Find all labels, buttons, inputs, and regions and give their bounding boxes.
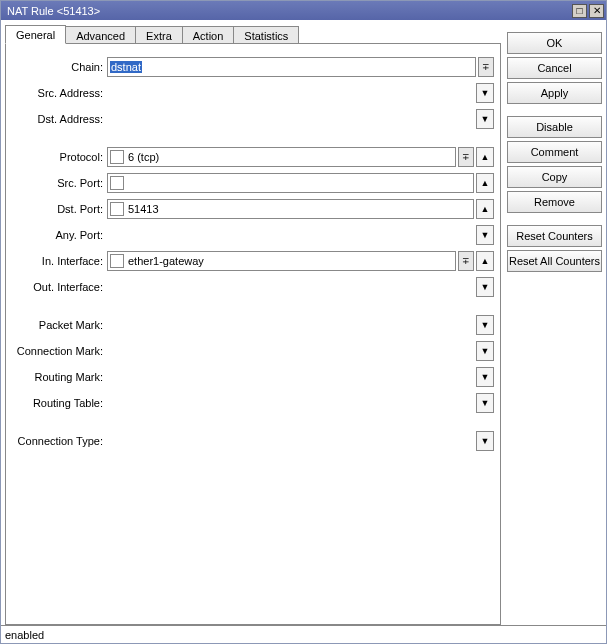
chain-dropdown-button[interactable]: ∓ (478, 57, 494, 77)
label-out-interface: Out. Interface: (12, 281, 107, 293)
group-marks: Packet Mark: ▼ Connection Mark: ▼ (12, 312, 494, 416)
maximize-button[interactable]: □ (572, 4, 587, 18)
row-out-interface: Out. Interface: ▼ (12, 274, 494, 300)
row-in-interface: In. Interface: ∓ ▲ (12, 248, 494, 274)
chevron-up-icon: ▲ (481, 178, 490, 188)
routing-table-expand-button[interactable]: ▼ (476, 393, 494, 413)
row-chain: Chain: dstnat ∓ (12, 54, 494, 80)
tab-content: Chain: dstnat ∓ Src. Address: (5, 43, 501, 625)
row-src-address: Src. Address: ▼ (12, 80, 494, 106)
in-interface-dropdown-button[interactable]: ∓ (458, 251, 474, 271)
group-addresses: Chain: dstnat ∓ Src. Address: (12, 54, 494, 132)
dropdown-icon: ∓ (462, 152, 470, 162)
row-routing-mark: Routing Mark: ▼ (12, 364, 494, 390)
dst-address-placeholder (107, 109, 474, 129)
tab-extra[interactable]: Extra (135, 26, 183, 44)
label-dst-address: Dst. Address: (12, 113, 107, 125)
comment-button[interactable]: Comment (507, 141, 602, 163)
src-port-collapse-button[interactable]: ▲ (476, 173, 494, 193)
status-text: enabled (5, 629, 44, 641)
row-any-port: Any. Port: ▼ (12, 222, 494, 248)
group-connection-type: Connection Type: ▼ (12, 428, 494, 454)
apply-button[interactable]: Apply (507, 82, 602, 104)
chevron-up-icon: ▲ (481, 256, 490, 266)
label-dst-port: Dst. Port: (12, 203, 107, 215)
dst-port-input[interactable] (126, 201, 473, 217)
disable-button[interactable]: Disable (507, 116, 602, 138)
routing-mark-expand-button[interactable]: ▼ (476, 367, 494, 387)
nat-rule-window: NAT Rule <51413> □ ✕ General Advanced Ex… (0, 0, 607, 644)
chevron-down-icon: ▼ (481, 114, 490, 124)
tab-statistics[interactable]: Statistics (233, 26, 299, 44)
row-packet-mark: Packet Mark: ▼ (12, 312, 494, 338)
label-connection-mark: Connection Mark: (12, 345, 107, 357)
close-icon: ✕ (593, 6, 601, 16)
label-protocol: Protocol: (12, 151, 107, 163)
reset-all-counters-button[interactable]: Reset All Counters (507, 250, 602, 272)
in-interface-input-wrap (107, 251, 456, 271)
src-port-neg-checkbox[interactable] (110, 176, 124, 190)
dst-port-neg-checkbox[interactable] (110, 202, 124, 216)
group-protocol-ports: Protocol: ∓ ▲ Src. Port: (12, 144, 494, 300)
packet-mark-placeholder (107, 315, 474, 335)
statusbar: enabled (1, 625, 606, 643)
connection-type-placeholder (107, 431, 474, 451)
chevron-up-icon: ▲ (481, 152, 490, 162)
out-interface-expand-button[interactable]: ▼ (476, 277, 494, 297)
dst-port-input-wrap (107, 199, 474, 219)
close-button[interactable]: ✕ (589, 4, 604, 18)
remove-button[interactable]: Remove (507, 191, 602, 213)
dst-address-expand-button[interactable]: ▼ (476, 109, 494, 129)
in-interface-neg-checkbox[interactable] (110, 254, 124, 268)
row-dst-port: Dst. Port: ▲ (12, 196, 494, 222)
protocol-dropdown-button[interactable]: ∓ (458, 147, 474, 167)
row-connection-mark: Connection Mark: ▼ (12, 338, 494, 364)
src-port-input[interactable] (126, 175, 473, 191)
dst-port-collapse-button[interactable]: ▲ (476, 199, 494, 219)
left-panel: General Advanced Extra Action Statistics… (5, 24, 501, 625)
tab-general[interactable]: General (5, 25, 66, 44)
src-address-expand-button[interactable]: ▼ (476, 83, 494, 103)
in-interface-collapse-button[interactable]: ▲ (476, 251, 494, 271)
cancel-button[interactable]: Cancel (507, 57, 602, 79)
titlebar: NAT Rule <51413> □ ✕ (1, 1, 606, 20)
chain-input[interactable]: dstnat (110, 61, 142, 73)
chevron-down-icon: ▼ (481, 398, 490, 408)
label-any-port: Any. Port: (12, 229, 107, 241)
label-routing-table: Routing Table: (12, 397, 107, 409)
right-panel: OK Cancel Apply Disable Comment Copy Rem… (507, 24, 602, 625)
chevron-down-icon: ▼ (481, 346, 490, 356)
chevron-down-icon: ▼ (481, 230, 490, 240)
ok-button[interactable]: OK (507, 32, 602, 54)
protocol-neg-checkbox[interactable] (110, 150, 124, 164)
dropdown-icon: ∓ (482, 62, 490, 72)
label-src-port: Src. Port: (12, 177, 107, 189)
row-src-port: Src. Port: ▲ (12, 170, 494, 196)
tab-advanced[interactable]: Advanced (65, 26, 136, 44)
body-area: General Advanced Extra Action Statistics… (1, 20, 606, 625)
row-routing-table: Routing Table: ▼ (12, 390, 494, 416)
protocol-collapse-button[interactable]: ▲ (476, 147, 494, 167)
routing-mark-placeholder (107, 367, 474, 387)
any-port-placeholder (107, 225, 474, 245)
connection-type-expand-button[interactable]: ▼ (476, 431, 494, 451)
any-port-expand-button[interactable]: ▼ (476, 225, 494, 245)
chevron-down-icon: ▼ (481, 372, 490, 382)
reset-counters-button[interactable]: Reset Counters (507, 225, 602, 247)
protocol-input[interactable] (126, 149, 455, 165)
row-connection-type: Connection Type: ▼ (12, 428, 494, 454)
label-routing-mark: Routing Mark: (12, 371, 107, 383)
out-interface-placeholder (107, 277, 474, 297)
packet-mark-expand-button[interactable]: ▼ (476, 315, 494, 335)
chevron-down-icon: ▼ (481, 88, 490, 98)
connection-mark-expand-button[interactable]: ▼ (476, 341, 494, 361)
src-address-placeholder (107, 83, 474, 103)
label-src-address: Src. Address: (12, 87, 107, 99)
copy-button[interactable]: Copy (507, 166, 602, 188)
in-interface-input[interactable] (126, 253, 455, 269)
window-title: NAT Rule <51413> (7, 5, 570, 17)
label-packet-mark: Packet Mark: (12, 319, 107, 331)
label-chain: Chain: (12, 61, 107, 73)
tab-action[interactable]: Action (182, 26, 235, 44)
chain-input-wrap: dstnat (107, 57, 476, 77)
